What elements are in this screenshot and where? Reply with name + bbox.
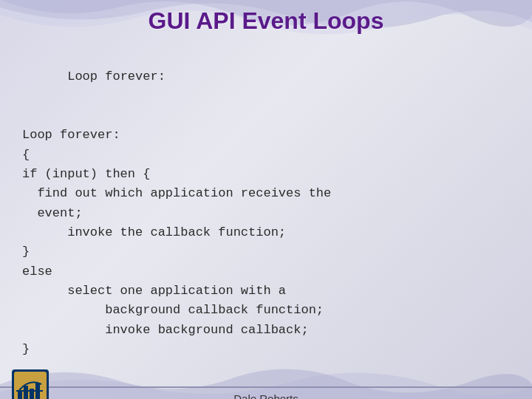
- code-block: Loop forever:: [22, 48, 510, 106]
- footer: Dale Roberts: [0, 386, 532, 399]
- content-area: Loop forever: Loop forever: { if (input)…: [0, 39, 532, 386]
- svg-rect-2: [18, 392, 22, 399]
- code-block-2: Loop forever: { if (input) then { find o…: [22, 106, 510, 379]
- code-text: Loop forever: { if (input) then { find o…: [22, 128, 331, 356]
- slide: GUI API Event Loops Loop forever: Loop f…: [0, 0, 532, 399]
- code-line-1: Loop forever:: [67, 69, 166, 83]
- svg-rect-3: [24, 386, 28, 399]
- svg-rect-6: [16, 390, 43, 392]
- slide-title: GUI API Event Loops: [15, 7, 517, 35]
- footer-text: Dale Roberts: [233, 392, 299, 399]
- iupui-logo: [12, 369, 49, 399]
- title-bar: GUI API Event Loops: [0, 0, 532, 39]
